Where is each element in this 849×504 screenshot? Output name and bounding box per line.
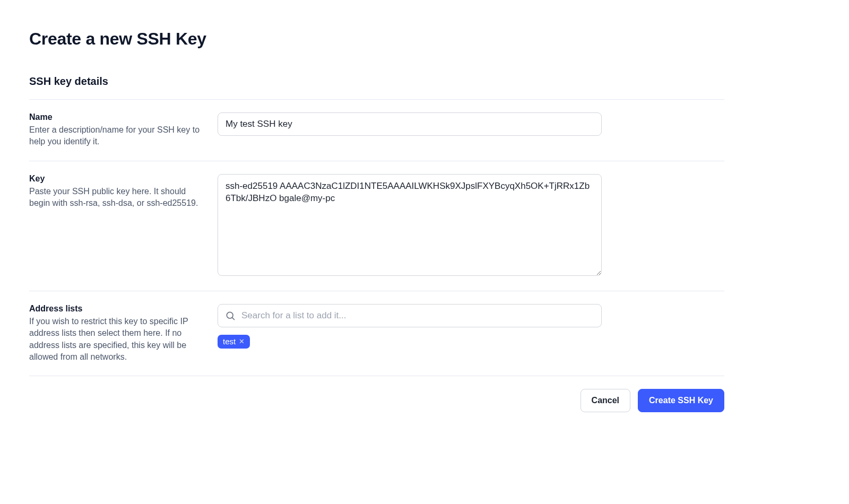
- name-input[interactable]: [218, 112, 602, 136]
- tag-row: test ✕: [218, 335, 602, 349]
- address-lists-desc: If you wish to restrict this key to spec…: [29, 316, 207, 363]
- key-label: Key: [29, 174, 207, 184]
- form-row-name: Name Enter a description/name for your S…: [29, 99, 724, 161]
- key-textarea[interactable]: ssh-ed25519 AAAAC3NzaC1lZDI1NTE5AAAAILWK…: [218, 174, 602, 276]
- form-row-address-lists: Address lists If you wish to restrict th…: [29, 291, 724, 377]
- form-row-key: Key Paste your SSH public key here. It s…: [29, 161, 724, 291]
- name-desc: Enter a description/name for your SSH ke…: [29, 124, 207, 148]
- cancel-button[interactable]: Cancel: [581, 389, 630, 412]
- address-lists-search-input[interactable]: [218, 304, 602, 327]
- tag-item[interactable]: test ✕: [218, 335, 250, 349]
- tag-label: test: [223, 337, 236, 346]
- page-title: Create a new SSH Key: [29, 29, 724, 49]
- close-icon[interactable]: ✕: [239, 338, 245, 345]
- address-lists-label: Address lists: [29, 304, 207, 314]
- key-desc: Paste your SSH public key here. It shoul…: [29, 186, 207, 210]
- actions-row: Cancel Create SSH Key: [29, 376, 724, 412]
- create-ssh-key-button[interactable]: Create SSH Key: [638, 389, 724, 412]
- section-title: SSH key details: [29, 75, 724, 88]
- name-label: Name: [29, 112, 207, 122]
